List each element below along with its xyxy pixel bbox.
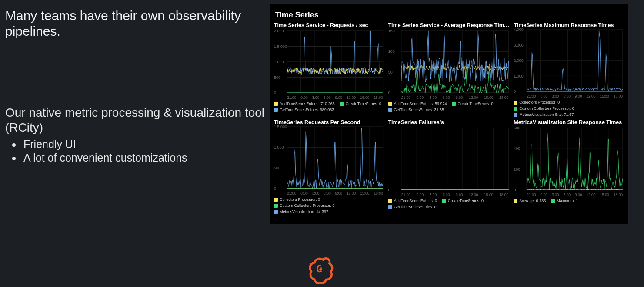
subheadline: Our native metric processing & visualiza… bbox=[5, 105, 266, 135]
legend-swatch bbox=[388, 108, 392, 112]
dashboard-title: Time Series bbox=[275, 10, 624, 20]
headline: Many teams have their own observability … bbox=[5, 8, 266, 39]
legend-swatch bbox=[442, 199, 446, 203]
chart-title: MetricsVisualization Site Response Times bbox=[514, 119, 624, 125]
legend-item: Custom Collectors Processor: 0 bbox=[274, 203, 335, 208]
legend-item: CreateTimeSeries: 0 bbox=[452, 101, 493, 106]
legend-item: Average: 0.185 bbox=[514, 199, 546, 203]
legend-label: Custom Collectors Processor: 0 bbox=[519, 106, 574, 111]
legend-item: MetricsVisualization: 14.397 bbox=[274, 209, 328, 214]
legend-swatch bbox=[274, 204, 278, 208]
bullet-item: A lot of convenient customizations bbox=[22, 152, 266, 164]
legend-swatch bbox=[388, 102, 392, 106]
legend-swatch bbox=[514, 199, 517, 203]
chart-card-max: TimeSeries Maximum Response Times01,0002… bbox=[514, 22, 624, 117]
legend-item: Collectors Processor: 0 bbox=[514, 100, 560, 105]
legend-item: AddTimeSeriesEntries: 59.974 bbox=[388, 101, 447, 106]
chart-legend: AddTimeSeriesEntries: 59.974CreateTimeSe… bbox=[388, 101, 510, 112]
legend-item: CreateTimeSeries: 0 bbox=[340, 101, 381, 106]
chart-title: Time Series Service - Average Response T… bbox=[388, 22, 510, 28]
chart-card-reqs: Time Series Service - Requests / sec0500… bbox=[274, 22, 384, 117]
legend-label: Collectors Processor: 0 bbox=[280, 197, 320, 202]
chart-xaxis: 21:000:003:006:009:0012:0015:0018:00 bbox=[514, 93, 624, 98]
legend-label: CreateTimeSeries: 0 bbox=[448, 199, 484, 203]
legend-item: AddTimeSeriesEntries: 710.265 bbox=[274, 101, 335, 106]
chart-card-site: MetricsVisualization Site Response Times… bbox=[514, 119, 624, 214]
legend-item: Custom Collectors Processor: 0 bbox=[514, 106, 574, 111]
chart-xaxis: 21:000:003:006:009:0012:0015:0018:00 bbox=[274, 95, 384, 100]
legend-label: AddTimeSeriesEntries: 59.974 bbox=[394, 101, 447, 106]
legend-label: AddTimeSeriesEntries: 0 bbox=[394, 199, 437, 203]
chart-xaxis: 21:000:003:006:009:0012:0015:0018:00 bbox=[514, 192, 624, 197]
legend-label: Average: 0.185 bbox=[519, 199, 546, 203]
slide-text-column: Many teams have their own observability … bbox=[5, 8, 266, 165]
chart-legend: Average: 0.185Maximum: 1 bbox=[514, 199, 624, 203]
chart-title: TimeSeries Failures/s bbox=[388, 119, 510, 125]
chart-legend: AddTimeSeriesEntries: 0CreateTimeSeries:… bbox=[388, 199, 510, 209]
legend-label: Custom Collectors Processor: 0 bbox=[280, 203, 335, 208]
chart-legend: AddTimeSeriesEntries: 710.265CreateTimeS… bbox=[274, 101, 384, 112]
bullet-item: Friendly UI bbox=[22, 138, 266, 151]
legend-label: MetricsVisualization: 14.397 bbox=[280, 209, 328, 214]
chart-xaxis: 21:000:003:006:009:0012:0015:0018:00 bbox=[388, 95, 510, 100]
chart-plot: 050100150 bbox=[388, 29, 510, 95]
legend-item: GetTimeSeriesEntries: 689.083 bbox=[274, 108, 334, 112]
legend-swatch bbox=[274, 108, 278, 112]
legend-swatch bbox=[274, 102, 278, 106]
legend-label: CreateTimeSeries: 0 bbox=[457, 101, 493, 106]
legend-label: MetricsVisualization Site: 71.67 bbox=[519, 112, 574, 117]
legend-item: AddTimeSeriesEntries: 0 bbox=[388, 199, 437, 203]
chart-title: TimeSeries Maximum Response Times bbox=[514, 22, 624, 27]
chart-plot: 01,0002,0003,0004,000 bbox=[514, 28, 624, 93]
chart-title: TimeSeries Requests Per Second bbox=[274, 119, 384, 124]
chart-plot: 05001,0001.5,0002,000 bbox=[274, 29, 384, 95]
chart-plot: 0200400600 bbox=[514, 126, 624, 192]
chart-title: Time Series Service - Requests / sec bbox=[274, 22, 384, 28]
legend-label: Maximum: 1 bbox=[557, 199, 578, 203]
chart-card-avg: Time Series Service - Average Response T… bbox=[388, 22, 510, 117]
legend-swatch bbox=[452, 102, 456, 106]
chart-grid: Time Series Service - Requests / sec0500… bbox=[274, 22, 624, 214]
legend-swatch bbox=[514, 107, 517, 111]
legend-swatch bbox=[274, 210, 278, 214]
bullet-list: Friendly UI A lot of convenient customiz… bbox=[22, 138, 266, 164]
chart-xaxis: 21:000:003:006:009:0012:0015:0018:00 bbox=[388, 192, 510, 197]
legend-label: AddTimeSeriesEntries: 710.265 bbox=[280, 101, 335, 106]
legend-swatch bbox=[388, 205, 392, 209]
legend-item: Maximum: 1 bbox=[551, 199, 578, 203]
legend-swatch bbox=[514, 101, 517, 105]
legend-swatch bbox=[388, 199, 392, 203]
chart-card-fail: TimeSeries Failures/s021:000:003:006:009… bbox=[388, 119, 510, 214]
legend-label: Collectors Processor: 0 bbox=[519, 100, 560, 105]
legend-label: CreateTimeSeries: 0 bbox=[346, 101, 381, 106]
legend-label: GetTimeSeriesEntries: 31.35 bbox=[394, 108, 444, 112]
chart-card-rps: TimeSeries Requests Per Second05001,0001… bbox=[274, 119, 384, 214]
dashboard-screenshot: Time Series Time Series Service - Reques… bbox=[270, 4, 628, 224]
chart-xaxis: 21:000:003:006:009:0012:0015:0018:00 bbox=[274, 190, 384, 196]
grafana-icon bbox=[305, 255, 334, 284]
legend-item: MetricsVisualization Site: 71.67 bbox=[514, 112, 574, 117]
chart-legend: Collectors Processor: 0Custom Collectors… bbox=[274, 197, 384, 214]
legend-swatch bbox=[274, 198, 278, 202]
chart-plot: 05001,0001.5,000 bbox=[274, 125, 384, 190]
legend-swatch bbox=[514, 113, 517, 117]
legend-item: Collectors Processor: 0 bbox=[274, 197, 320, 202]
legend-swatch bbox=[551, 199, 555, 203]
chart-legend: Collectors Processor: 0Custom Collectors… bbox=[514, 100, 624, 117]
legend-item: CreateTimeSeries: 0 bbox=[442, 199, 484, 203]
legend-swatch bbox=[340, 102, 344, 106]
legend-label: GetTimeSeriesEntries: 689.083 bbox=[280, 108, 334, 112]
chart-plot: 0 bbox=[388, 126, 510, 192]
legend-item: GetTimeSeriesEntries: 31.35 bbox=[388, 108, 444, 112]
legend-label: GetTimeSeriesEntries: 0 bbox=[394, 205, 437, 209]
legend-item: GetTimeSeriesEntries: 0 bbox=[388, 205, 437, 209]
